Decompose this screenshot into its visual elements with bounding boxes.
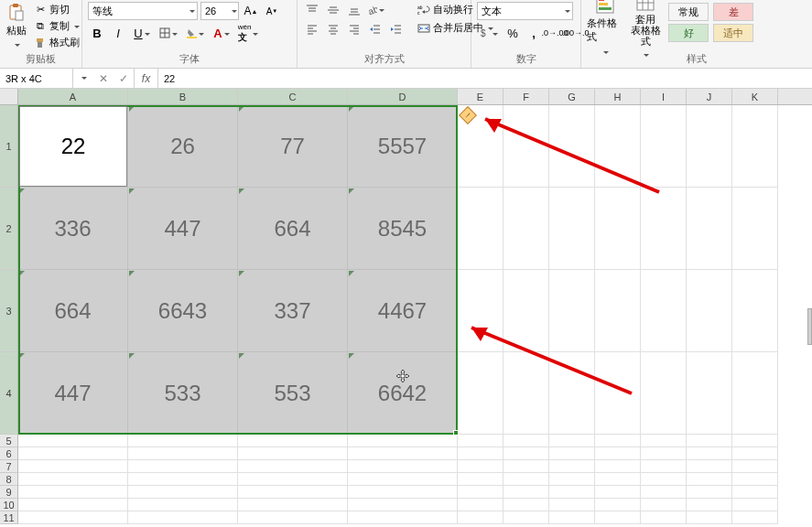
cell[interactable] bbox=[549, 473, 595, 486]
cell[interactable] bbox=[549, 188, 595, 270]
font-color-button[interactable]: A bbox=[210, 24, 233, 42]
cell[interactable] bbox=[238, 486, 348, 499]
orientation-button[interactable]: ab bbox=[366, 2, 384, 18]
cell[interactable] bbox=[595, 460, 641, 473]
cell[interactable] bbox=[732, 188, 778, 270]
cell[interactable]: 553 bbox=[238, 352, 348, 435]
cell[interactable] bbox=[732, 105, 778, 188]
cell[interactable] bbox=[458, 270, 503, 352]
column-header-J[interactable]: J bbox=[687, 89, 732, 104]
caret-icon[interactable] bbox=[73, 77, 93, 80]
font-size-input[interactable] bbox=[201, 5, 229, 16]
formula-input-wrap[interactable] bbox=[158, 69, 812, 88]
cell[interactable] bbox=[458, 188, 503, 270]
row-header-7[interactable]: 7 bbox=[0, 460, 18, 473]
cell[interactable] bbox=[348, 447, 458, 460]
number-format-combo[interactable] bbox=[477, 2, 573, 20]
cell[interactable] bbox=[18, 435, 128, 447]
row-header-11[interactable]: 11 bbox=[0, 511, 18, 524]
border-button[interactable] bbox=[157, 24, 180, 42]
column-header-B[interactable]: B bbox=[128, 89, 238, 104]
cell[interactable] bbox=[348, 499, 458, 511]
align-right-button[interactable] bbox=[345, 21, 363, 38]
cell[interactable] bbox=[238, 511, 348, 524]
caret-icon[interactable] bbox=[229, 5, 238, 17]
cell[interactable] bbox=[503, 499, 549, 511]
cell[interactable] bbox=[641, 447, 687, 460]
row-header-2[interactable]: 2 bbox=[0, 188, 18, 270]
cell[interactable] bbox=[18, 486, 128, 499]
cell[interactable]: 26 bbox=[128, 105, 238, 188]
cell[interactable] bbox=[549, 460, 595, 473]
cell[interactable]: 533 bbox=[128, 352, 238, 435]
align-left-button[interactable] bbox=[303, 21, 321, 38]
cell-style-normal[interactable]: 常规 bbox=[668, 3, 709, 21]
cell[interactable] bbox=[348, 486, 458, 499]
currency-button[interactable]: $ bbox=[477, 24, 501, 42]
cell[interactable] bbox=[641, 435, 687, 447]
fx-icon[interactable]: fx bbox=[135, 69, 158, 88]
cell[interactable] bbox=[641, 486, 687, 499]
cell[interactable] bbox=[687, 499, 732, 511]
cell[interactable] bbox=[549, 270, 595, 352]
cell[interactable] bbox=[732, 499, 778, 511]
fill-color-button[interactable] bbox=[183, 24, 207, 42]
cell[interactable]: 8545 bbox=[348, 188, 458, 270]
cell[interactable] bbox=[128, 435, 238, 447]
cell[interactable] bbox=[687, 352, 732, 435]
comma-button[interactable]: , bbox=[525, 24, 543, 42]
align-bottom-button[interactable] bbox=[345, 2, 363, 18]
cell[interactable]: 447 bbox=[18, 352, 128, 435]
cell[interactable] bbox=[503, 435, 549, 447]
cell-style-bad[interactable]: 差 bbox=[713, 3, 753, 21]
cell[interactable] bbox=[732, 352, 778, 435]
formula-input[interactable] bbox=[158, 69, 812, 88]
cell[interactable] bbox=[503, 352, 549, 435]
cell[interactable] bbox=[687, 511, 732, 524]
cell[interactable] bbox=[549, 486, 595, 499]
underline-button[interactable]: U bbox=[130, 24, 154, 42]
cell[interactable] bbox=[595, 105, 641, 188]
number-format-input[interactable] bbox=[478, 5, 561, 16]
bold-button[interactable]: B bbox=[88, 24, 106, 42]
cell[interactable] bbox=[128, 447, 238, 460]
column-header-C[interactable]: C bbox=[238, 89, 348, 104]
row-header-3[interactable]: 3 bbox=[0, 270, 18, 352]
cell[interactable] bbox=[595, 486, 641, 499]
cell[interactable] bbox=[549, 352, 595, 435]
cell[interactable]: 22 bbox=[18, 105, 128, 188]
cell[interactable]: 337 bbox=[238, 270, 348, 352]
cell[interactable] bbox=[128, 499, 238, 511]
cell[interactable] bbox=[458, 460, 503, 473]
font-size-combo[interactable] bbox=[200, 2, 239, 20]
name-box-input[interactable] bbox=[0, 73, 72, 84]
column-header-K[interactable]: K bbox=[732, 89, 778, 104]
cell[interactable]: 4467 bbox=[348, 270, 458, 352]
cell[interactable] bbox=[595, 511, 641, 524]
cell[interactable] bbox=[458, 105, 503, 188]
cell[interactable] bbox=[732, 511, 778, 524]
row-header-10[interactable]: 10 bbox=[0, 499, 18, 511]
cell[interactable] bbox=[18, 511, 128, 524]
caret-icon[interactable] bbox=[186, 5, 197, 17]
cell[interactable] bbox=[458, 447, 503, 460]
cell[interactable] bbox=[595, 270, 641, 352]
row-header-4[interactable]: 4 bbox=[0, 352, 18, 435]
cell[interactable] bbox=[549, 447, 595, 460]
cell[interactable] bbox=[732, 486, 778, 499]
cell[interactable] bbox=[641, 499, 687, 511]
cell[interactable] bbox=[549, 499, 595, 511]
cell[interactable]: 664 bbox=[238, 188, 348, 270]
cell[interactable] bbox=[687, 105, 732, 188]
cell[interactable] bbox=[503, 105, 549, 188]
cell[interactable] bbox=[18, 447, 128, 460]
cell[interactable] bbox=[595, 352, 641, 435]
row-header-1[interactable]: 1 bbox=[0, 105, 18, 188]
cell[interactable] bbox=[458, 352, 503, 435]
cell[interactable] bbox=[128, 473, 238, 486]
cell[interactable] bbox=[458, 499, 503, 511]
cell-style-good[interactable]: 好 bbox=[668, 24, 709, 42]
cell[interactable]: 447 bbox=[128, 188, 238, 270]
font-name-combo[interactable] bbox=[88, 2, 198, 20]
column-header-H[interactable]: H bbox=[595, 89, 641, 104]
